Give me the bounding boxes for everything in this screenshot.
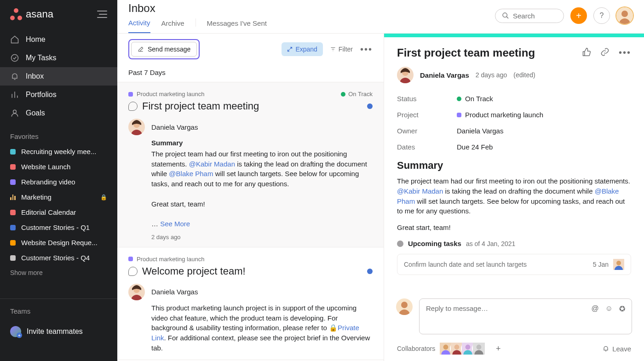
at-mention-icon[interactable]: @ [591,304,598,328]
bell-icon [10,72,19,81]
upcoming-meta: as of 4 Jan, 2021 [466,240,515,247]
collaborator-avatars [442,342,486,355]
project-dot-icon [128,257,133,261]
collapse-sidebar-icon[interactable] [97,11,107,18]
show-more[interactable]: Show more [0,265,117,280]
nav-my-tasks[interactable]: My Tasks [0,49,117,67]
nav-label: Portfolios [26,91,57,99]
page-title: Inbox [128,0,495,15]
inbox-item[interactable]: Product marketing launch On Track First … [117,82,384,247]
mention[interactable]: @Blake Pham [169,170,213,178]
summary-body: The project team had our first meeting t… [384,173,644,219]
edited-label: (edited) [513,71,535,79]
svg-point-12 [616,261,621,265]
field-label: Project [397,111,457,119]
teams-heading: Teams [0,299,117,319]
user-avatar[interactable] [616,7,633,24]
like-button[interactable] [582,47,591,58]
unread-indicator-icon [367,103,373,109]
nav-home[interactable]: Home [0,30,117,49]
nav-label: Home [26,35,46,44]
detail-timestamp: 2 days ago [476,71,507,79]
author-avatar [128,119,145,135]
closing-line: Great start, team! [384,219,644,236]
compose-icon [138,46,144,52]
nav-goals[interactable]: Goals [0,104,117,122]
svg-point-18 [454,344,460,350]
bullet-icon [397,241,403,247]
logo-text: asana [26,8,53,20]
upcoming-title: Upcoming tasks [408,240,461,247]
tab-archive[interactable]: Archive [161,19,184,33]
conversation-icon [128,267,138,276]
field-value: Due 24 Feb [457,143,493,151]
search-placeholder: Search [513,12,535,20]
favorite-item-editorial[interactable]: Editorial Calendar [0,205,117,220]
svg-point-1 [13,110,17,113]
author-name: Daniela Vargas [151,123,198,131]
logo[interactable]: asana [10,8,53,20]
chart-bars-icon [10,90,19,99]
search-input[interactable]: Search [495,9,564,23]
filter-icon [330,46,336,52]
svg-point-22 [477,344,482,350]
lock-icon: 🔒 [100,194,107,201]
detail-more-button[interactable]: ••• [619,47,631,58]
unread-indicator-icon [367,269,373,274]
field-value: Daniela Vargas [457,127,503,135]
tab-activity[interactable]: Activity [128,19,150,33]
leave-button[interactable]: Leave [602,345,631,353]
tab-messages-sent[interactable]: Messages I've Sent [207,19,267,33]
reply-input[interactable]: Reply to message… @ ☺ ✪ [419,298,632,334]
home-icon [10,35,19,44]
project-dot-icon [457,113,461,117]
expand-button[interactable]: Expand [282,42,322,56]
message-detail: First project team meeting ••• Daniela V… [384,34,644,361]
filter-button[interactable]: Filter [330,46,353,53]
favorite-item-rebranding[interactable]: Rebranding video [0,174,117,189]
nav-inbox[interactable]: Inbox [0,67,117,86]
nav-label: My Tasks [26,54,56,62]
field-value[interactable]: Product marketing launch [457,111,543,119]
svg-point-0 [12,55,18,62]
send-message-highlight: Send message [128,39,200,59]
more-options-button[interactable]: ••• [360,44,373,55]
favorite-item-cs-q1[interactable]: Customer Stories - Q1 [0,220,117,235]
expand-icon [287,46,293,52]
favorite-item-cs-q4[interactable]: Customer Stories - Q4 [0,250,117,265]
favorite-item-recruiting[interactable]: Recruiting weekly mee... [0,144,117,159]
mention[interactable]: @Kabir Madan [397,187,443,195]
favorite-item-website-launch[interactable]: Website Launch [0,159,117,174]
main: Inbox Activity Archive Messages I've Sen… [117,0,644,361]
message-title: Welcome project team! [142,265,362,277]
help-button[interactable]: ? [593,7,610,24]
collaborator-avatar[interactable] [472,342,486,355]
mention[interactable]: @Kabir Madan [189,160,235,168]
favorite-item-marketing[interactable]: Marketing🔒 [0,189,117,205]
project-name: Product marketing launch [137,256,204,263]
create-button[interactable]: + [570,7,587,24]
field-label: Owner [397,127,457,135]
emoji-icon[interactable]: ☺ [605,304,613,328]
inbox-item[interactable]: Product marketing launch Welcome project… [117,247,384,360]
star-icon[interactable]: ✪ [619,304,625,328]
timestamp: 2 days ago [128,229,373,241]
author-name: Daniela Vargas [151,288,198,296]
status-dot-icon [341,92,345,97]
assignee-avatar [613,259,624,270]
copy-link-button[interactable] [600,47,610,58]
see-more-link[interactable]: See More [160,220,190,228]
send-message-button[interactable]: Send message [131,42,197,57]
search-icon [502,12,509,19]
invite-teammates[interactable]: + Invite teammates [0,319,117,344]
sidebar: asana Home My Tasks Inbox Portfolios Goa… [0,0,117,361]
project-name: Product marketing launch [137,91,204,97]
message-title: First project team meeting [142,100,362,112]
favorite-item-website-design[interactable]: Website Design Reque... [0,235,117,250]
author-avatar [397,67,414,83]
task-card[interactable]: Confirm launch date and set launch targe… [397,254,631,275]
add-collaborator-button[interactable]: + [492,343,504,355]
author-name: Daniela Vargas [420,71,469,79]
nav-portfolios[interactable]: Portfolios [0,86,117,104]
summary-heading: Summary [151,138,373,149]
